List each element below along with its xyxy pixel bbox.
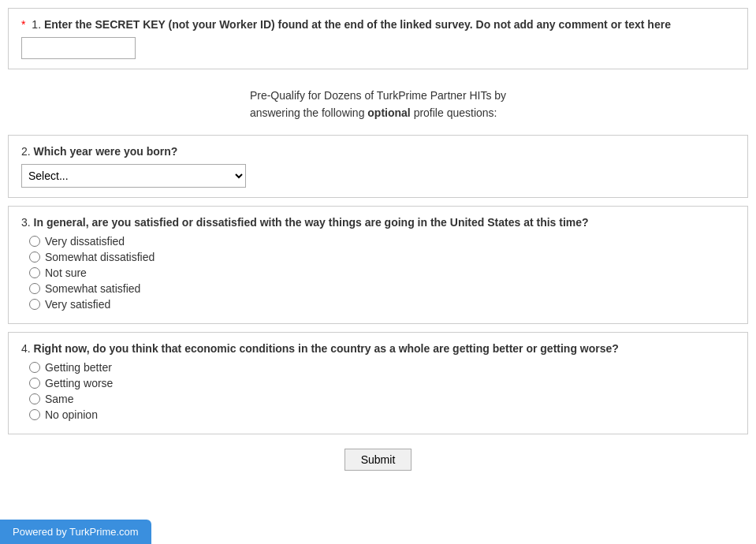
q3-option-somewhat-dissatisfied[interactable] (29, 252, 40, 263)
q3-label-very-satisfied[interactable]: Very satisfied (45, 298, 110, 311)
q4-number: 4. (21, 342, 31, 355)
list-item: No opinion (21, 408, 735, 421)
q4-label-getting-worse[interactable]: Getting worse (45, 377, 113, 389)
list-item: Somewhat dissatisfied (21, 251, 735, 263)
q2-number: 2. (21, 145, 31, 158)
q2-text: Which year were you born? (34, 145, 178, 158)
q4-radio-group: Getting better Getting worse Same No opi… (21, 361, 735, 421)
prequalify-optional: optional (367, 106, 410, 119)
submit-row: Submit (0, 449, 756, 471)
required-star: * (21, 18, 25, 31)
q3-number: 3. (21, 216, 31, 229)
list-item: Very dissatisfied (21, 235, 735, 248)
q3-option-not-sure[interactable] (29, 267, 40, 278)
list-item: Same (21, 393, 735, 405)
q1-text: Enter the SECRET KEY (not your Worker ID… (44, 18, 671, 31)
list-item: Getting worse (21, 377, 735, 389)
q1-number: 1. (32, 18, 41, 31)
prequalify-line2-prefix: answering the following (250, 106, 367, 119)
q4-option-getting-worse[interactable] (29, 378, 40, 389)
q4-option-same[interactable] (29, 393, 40, 404)
list-item: Very satisfied (21, 298, 735, 311)
q3-text: In general, are you satisfied or dissati… (34, 216, 589, 229)
question-3-block: 3. In general, are you satisfied or diss… (8, 206, 748, 324)
q3-radio-group: Very dissatisfied Somewhat dissatisfied … (21, 235, 735, 311)
powered-by-bar: Powered by TurkPrime.com (0, 520, 151, 544)
secret-key-input[interactable] (21, 37, 136, 59)
q4-label-getting-better[interactable]: Getting better (45, 361, 112, 374)
q3-label-somewhat-dissatisfied[interactable]: Somewhat dissatisfied (45, 251, 155, 263)
question-1-label: * 1. Enter the SECRET KEY (not your Work… (21, 18, 735, 31)
prequalify-line1: Pre-Qualify for Dozens of TurkPrime Part… (250, 89, 506, 102)
page-wrapper: * 1. Enter the SECRET KEY (not your Work… (0, 0, 756, 493)
q3-label-somewhat-satisfied[interactable]: Somewhat satisfied (45, 282, 140, 295)
prequalify-line2-suffix: profile questions: (411, 106, 497, 119)
question-2-block: 2. Which year were you born? Select... 2… (8, 135, 748, 198)
submit-button[interactable]: Submit (344, 449, 412, 471)
prequalify-block: Pre-Qualify for Dozens of TurkPrime Part… (8, 77, 748, 132)
question-4-block: 4. Right now, do you think that economic… (8, 332, 748, 434)
q3-label-very-dissatisfied[interactable]: Very dissatisfied (45, 235, 125, 248)
list-item: Not sure (21, 266, 735, 279)
birth-year-select[interactable]: Select... 202620252024202320222021202020… (21, 164, 246, 188)
q3-option-somewhat-satisfied[interactable] (29, 283, 40, 294)
question-3-label: 3. In general, are you satisfied or diss… (21, 216, 735, 229)
question-2-label: 2. Which year were you born? (21, 145, 735, 158)
q4-text: Right now, do you think that economic co… (34, 342, 619, 355)
q3-option-very-dissatisfied[interactable] (29, 236, 40, 247)
q4-option-getting-better[interactable] (29, 362, 40, 373)
prequalify-text: Pre-Qualify for Dozens of TurkPrime Part… (250, 87, 506, 122)
list-item: Getting better (21, 361, 735, 374)
question-4-label: 4. Right now, do you think that economic… (21, 342, 735, 355)
q4-option-no-opinion[interactable] (29, 409, 40, 420)
list-item: Somewhat satisfied (21, 282, 735, 295)
question-1-block: * 1. Enter the SECRET KEY (not your Work… (8, 8, 748, 69)
powered-by-text: Powered by TurkPrime.com (13, 526, 139, 538)
q4-label-no-opinion[interactable]: No opinion (45, 408, 98, 421)
q4-label-same[interactable]: Same (45, 393, 74, 405)
q3-label-not-sure[interactable]: Not sure (45, 266, 87, 279)
q3-option-very-satisfied[interactable] (29, 299, 40, 310)
